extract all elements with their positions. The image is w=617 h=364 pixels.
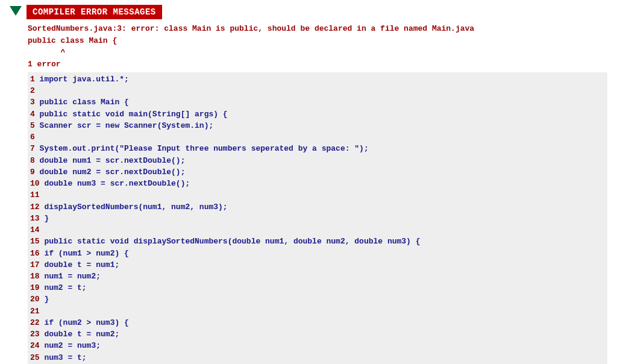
line-number: 12 <box>30 202 40 212</box>
code-line: 11 <box>28 189 607 201</box>
code-text: num2 = t; <box>40 283 87 292</box>
code-text: if (num2 > num3) { <box>40 318 129 327</box>
error-caret: ^ <box>28 48 65 57</box>
code-line: 23 double t = num2; <box>28 328 607 340</box>
code-block: 1 import java.util.*;23 public class Mai… <box>28 72 607 364</box>
code-text: double t = num1; <box>40 260 120 269</box>
error-line-1: SortedNumbers.java:3: error: class Main … <box>28 24 474 33</box>
code-line: 19 num2 = t; <box>28 282 607 293</box>
code-line: 8 double num1 = scr.nextDouble(); <box>28 155 607 166</box>
code-text: double num1 = scr.nextDouble(); <box>35 156 186 165</box>
code-text: double t = num2; <box>40 330 120 339</box>
code-text: public class Main { <box>35 98 129 107</box>
line-number: 4 <box>30 110 35 119</box>
line-number: 11 <box>30 190 40 199</box>
code-line: 3 public class Main { <box>28 96 607 108</box>
code-line: 15 public static void displaySortedNumbe… <box>28 236 607 247</box>
code-line: 20 } <box>28 293 607 305</box>
line-number: 23 <box>30 330 40 339</box>
code-line: 9 double num2 = scr.nextDouble(); <box>28 166 607 178</box>
code-text: } <box>40 295 49 304</box>
code-line: 10 double num3 = scr.nextDouble(); <box>28 178 607 189</box>
code-text: displaySortedNumbers(num1, num2, num3); <box>40 202 228 212</box>
line-number: 14 <box>30 225 40 234</box>
code-line: 21 <box>28 306 607 317</box>
line-number: 22 <box>30 318 40 327</box>
code-text: public static void main(String[] args) { <box>35 110 228 119</box>
code-line: 22 if (num2 > num3) { <box>28 317 607 328</box>
code-line: 17 double t = num1; <box>28 259 607 271</box>
code-line: 14 <box>28 224 607 236</box>
header-row: COMPILER ERROR MESSAGES <box>10 5 607 19</box>
code-text: num1 = num2; <box>40 272 101 281</box>
code-line: 4 public static void main(String[] args)… <box>28 108 607 120</box>
code-line: 13 } <box>28 213 607 224</box>
line-number: 19 <box>30 283 40 292</box>
line-number: 5 <box>30 121 35 130</box>
line-number: 10 <box>30 179 40 188</box>
code-text: public static void displaySortedNumbers(… <box>40 237 421 246</box>
line-number: 9 <box>30 168 35 177</box>
line-number: 15 <box>30 237 40 246</box>
code-line: 18 num1 = num2; <box>28 271 607 282</box>
code-text: import java.util.*; <box>35 75 129 84</box>
error-badge: COMPILER ERROR MESSAGES <box>27 5 162 19</box>
code-text: num3 = t; <box>40 353 87 362</box>
code-text: if (num1 > num2) { <box>40 249 129 258</box>
code-line: 6 <box>28 131 607 143</box>
line-number: 17 <box>30 260 40 269</box>
compiler-error-text: SortedNumbers.java:3: error: class Main … <box>28 23 607 70</box>
error-summary: 1 error <box>28 60 61 69</box>
error-line-2: public class Main { <box>28 36 117 45</box>
code-line: 16 if (num1 > num2) { <box>28 248 607 259</box>
line-number: 8 <box>30 156 35 165</box>
code-line: 2 <box>28 85 607 96</box>
line-number: 3 <box>30 98 35 107</box>
code-text: num2 = num3; <box>40 341 101 350</box>
line-number: 1 <box>30 75 35 84</box>
code-text: double num3 = scr.nextDouble(); <box>40 179 190 188</box>
code-text: Scanner scr = new Scanner(System.in); <box>35 121 213 130</box>
line-number: 24 <box>30 341 40 350</box>
collapse-triangle-icon[interactable] <box>10 6 22 16</box>
code-line: 12 displaySortedNumbers(num1, num2, num3… <box>28 201 607 213</box>
code-text: double num2 = scr.nextDouble(); <box>35 168 186 177</box>
line-number: 16 <box>30 249 40 258</box>
content-area: SortedNumbers.java:3: error: class Main … <box>28 23 607 364</box>
code-text: System.out.print("Please Input three num… <box>35 144 369 153</box>
line-number: 21 <box>30 307 40 316</box>
code-text: } <box>40 214 49 223</box>
line-number: 7 <box>30 144 35 153</box>
code-line: 24 num2 = num3; <box>28 340 607 351</box>
line-number: 20 <box>30 295 40 304</box>
code-line: 25 num3 = t; <box>28 352 607 363</box>
line-number: 6 <box>30 133 35 142</box>
code-line: 1 import java.util.*; <box>28 74 607 85</box>
code-line: 5 Scanner scr = new Scanner(System.in); <box>28 120 607 131</box>
line-number: 18 <box>30 272 40 281</box>
code-line: 7 System.out.print("Please Input three n… <box>28 143 607 154</box>
line-number: 13 <box>30 214 40 223</box>
line-number: 2 <box>30 86 35 95</box>
line-number: 25 <box>30 353 40 362</box>
